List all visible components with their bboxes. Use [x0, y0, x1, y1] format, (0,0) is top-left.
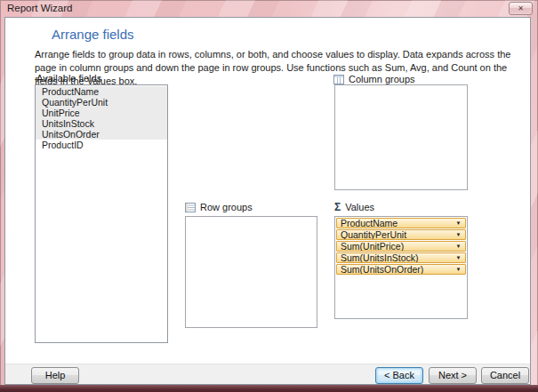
- available-field-item[interactable]: QuantityPerUnit: [36, 97, 167, 108]
- help-button[interactable]: Help: [31, 367, 79, 384]
- sigma-icon: Σ: [334, 203, 341, 212]
- chevron-down-icon: ▼: [456, 255, 462, 260]
- values-dropzone[interactable]: ProductName ▼ QuantityPerUnit ▼ Sum(Unit…: [334, 216, 468, 319]
- value-item[interactable]: QuantityPerUnit ▼: [336, 229, 466, 240]
- value-item-label: Sum(UnitsOnOrder): [337, 265, 452, 274]
- wizard-dialog-body: Arrange fields Arrange fields to group d…: [4, 17, 531, 385]
- values-header: Σ Values: [334, 202, 374, 212]
- page-description: Arrange fields to group data in rows, co…: [35, 48, 523, 88]
- row-groups-label: Row groups: [200, 202, 253, 212]
- value-item-label: Sum(UnitPrice): [337, 242, 452, 251]
- value-item-label: QuantityPerUnit: [337, 230, 452, 239]
- footer-bar: Help < Back Next > Cancel: [5, 364, 530, 384]
- column-groups-dropzone[interactable]: [334, 84, 468, 190]
- value-item[interactable]: Sum(UnitPrice) ▼: [336, 241, 466, 252]
- value-dropdown-button[interactable]: ▼: [452, 242, 465, 251]
- chevron-down-icon: ▼: [456, 267, 462, 272]
- value-item-label: Sum(UnitsInStock): [337, 253, 452, 262]
- available-field-label: UnitsOnOrder: [42, 129, 100, 140]
- value-item[interactable]: Sum(UnitsOnOrder) ▼: [336, 264, 466, 275]
- column-groups-label: Column groups: [349, 74, 415, 84]
- chevron-down-icon: ▼: [456, 220, 462, 226]
- close-button[interactable]: ✕: [509, 2, 533, 15]
- next-button[interactable]: Next >: [429, 367, 477, 384]
- window-title: Report Wizard: [7, 0, 73, 17]
- window-bottom-edge: [0, 385, 538, 392]
- values-label: Values: [345, 202, 374, 212]
- chevron-down-icon: ▼: [456, 232, 462, 237]
- close-icon: ✕: [518, 4, 524, 12]
- available-field-item[interactable]: UnitsInStock: [36, 118, 167, 129]
- value-dropdown-button[interactable]: ▼: [452, 253, 465, 262]
- available-field-item[interactable]: UnitsOnOrder: [36, 129, 167, 140]
- cancel-button[interactable]: Cancel: [481, 367, 529, 384]
- available-field-label: UnitPrice: [42, 108, 80, 118]
- value-item[interactable]: Sum(UnitsInStock) ▼: [336, 252, 466, 263]
- row-groups-header: Row groups: [185, 202, 253, 212]
- chevron-down-icon: ▼: [456, 244, 462, 249]
- value-item[interactable]: ProductName ▼: [336, 218, 466, 228]
- value-dropdown-button[interactable]: ▼: [452, 265, 465, 274]
- available-fields-list[interactable]: ProductName QuantityPerUnit UnitPrice Un…: [35, 84, 168, 343]
- available-field-item[interactable]: ProductName: [36, 86, 167, 97]
- value-dropdown-button[interactable]: ▼: [452, 219, 465, 228]
- column-groups-icon: [333, 75, 344, 84]
- back-button[interactable]: < Back: [375, 367, 423, 384]
- available-field-item[interactable]: ProductID: [36, 140, 167, 150]
- value-item-label: ProductName: [337, 219, 452, 228]
- title-bar[interactable]: Report Wizard ✕: [0, 0, 538, 17]
- row-groups-icon: [185, 203, 196, 212]
- value-dropdown-button[interactable]: ▼: [452, 230, 465, 239]
- available-fields-label: Available fields: [36, 73, 101, 84]
- available-field-label: QuantityPerUnit: [42, 97, 108, 108]
- column-groups-header: Column groups: [333, 74, 415, 84]
- available-field-label: UnitsInStock: [42, 118, 94, 129]
- row-groups-dropzone[interactable]: [185, 216, 317, 328]
- available-field-label: ProductName: [42, 86, 99, 97]
- available-field-item[interactable]: UnitPrice: [36, 108, 167, 118]
- page-title: Arrange fields: [52, 27, 134, 42]
- available-field-label: ProductID: [42, 140, 84, 150]
- report-wizard-window: Report Wizard ✕ Arrange fields Arrange f…: [0, 0, 538, 392]
